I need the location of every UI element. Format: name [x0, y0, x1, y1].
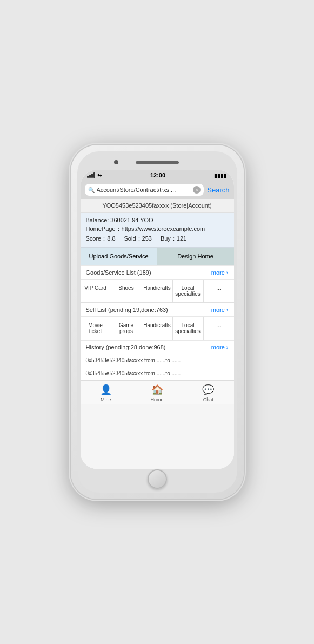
search-bar-area: 🔍 Account/Store/Contract/trxs.... × Sear… — [81, 181, 234, 199]
search-magnifier-icon: 🔍 — [88, 187, 95, 193]
sell-item-0: Movie ticket — [81, 317, 111, 340]
sold-label: Sold：253 — [124, 235, 152, 243]
goods-grid-row: VIP Card Shoes Handicrafts Local special… — [81, 280, 234, 303]
phone-frame: ↬ 12:00 ▮▮▮▮ 🔍 Account/Store/Contract/tr… — [71, 145, 244, 499]
status-time: 12:00 — [150, 172, 165, 178]
chat-icon: 💬 — [202, 384, 214, 396]
clear-button[interactable]: × — [193, 186, 201, 194]
homepage-label: HomePage：https://www.storeexcample.com — [86, 225, 229, 233]
bottom-nav: 👤 Mine 🏠 Home 💬 Chat — [81, 380, 234, 404]
status-bar: ↬ 12:00 ▮▮▮▮ — [81, 170, 234, 181]
history-section-title: History (pending:28,done:968) — [86, 344, 166, 350]
search-button[interactable]: Search — [207, 186, 229, 194]
battery-icon: ▮▮▮▮ — [214, 172, 227, 178]
score-label: Score：8.8 — [86, 235, 116, 243]
account-title: YOO5453e523405faxxxx (Store|Account) — [81, 199, 234, 213]
goods-item-1: Shoes — [111, 280, 142, 302]
mine-icon: 👤 — [100, 384, 112, 396]
home-button[interactable] — [148, 469, 167, 489]
screen: ↬ 12:00 ▮▮▮▮ 🔍 Account/Store/Contract/tr… — [81, 170, 234, 469]
stats-line: Score：8.8 Sold：253 Buy：121 — [86, 235, 229, 243]
signal-icon — [87, 172, 95, 178]
goods-item-3: Local specialties — [173, 280, 204, 302]
chat-label: Chat — [203, 397, 213, 402]
home-button-area — [81, 469, 234, 489]
home-label: Home — [151, 397, 164, 402]
sell-item-4: ... — [204, 317, 234, 340]
history-item-0: 0x53453e523405faxxxx from ......to .....… — [81, 354, 234, 367]
sell-item-2: Handicrafts — [142, 317, 173, 340]
sell-section-header: Sell List (pending:19,done:763) more › — [81, 303, 234, 317]
history-item-1: 0x35455e523405faxxxx from ......to .....… — [81, 367, 234, 380]
goods-item-2: Handicrafts — [142, 280, 173, 302]
camera-area — [81, 155, 234, 170]
mine-label: Mine — [101, 397, 111, 402]
content-area: YOO5453e523405faxxxx (Store|Account) Bal… — [81, 199, 234, 469]
goods-item-4: ... — [204, 280, 234, 302]
wifi-icon: ↬ — [97, 172, 102, 178]
sell-grid-row: Movie ticket Game props Handicrafts Loca… — [81, 317, 234, 340]
upload-goods-tab[interactable]: Upload Goods/Service — [81, 248, 157, 265]
goods-section-header: Goods/Service List (189) more › — [81, 265, 234, 280]
history-section-header: History (pending:28,done:968) more › — [81, 340, 234, 354]
design-home-tab[interactable]: Design Home — [157, 248, 234, 265]
home-icon: 🏠 — [151, 384, 163, 396]
sell-item-3: Local specialties — [173, 317, 204, 340]
balance-label: Balance: 360021.94 YOO — [86, 217, 229, 223]
buy-label: Buy：121 — [161, 235, 186, 243]
camera-dot — [114, 160, 118, 164]
history-more-link[interactable]: more › — [211, 344, 229, 350]
goods-section-title: Goods/Service List (189) — [86, 269, 151, 276]
balance-section: Balance: 360021.94 YOO HomePage：https://… — [81, 213, 234, 248]
goods-more-link[interactable]: more › — [211, 269, 229, 276]
status-left: ↬ — [87, 172, 102, 178]
search-input-wrapper[interactable]: 🔍 Account/Store/Contract/trxs.... × — [85, 184, 204, 196]
speaker-bar — [136, 161, 179, 164]
sell-section-title: Sell List (pending:19,done:763) — [86, 307, 168, 313]
phone-inner: ↬ 12:00 ▮▮▮▮ 🔍 Account/Store/Contract/tr… — [77, 151, 237, 493]
goods-item-0: VIP Card — [81, 280, 111, 302]
search-input[interactable]: Account/Store/Contract/trxs.... — [97, 187, 191, 193]
sell-more-link[interactable]: more › — [211, 307, 229, 313]
action-tabs: Upload Goods/Service Design Home — [81, 248, 234, 265]
nav-chat[interactable]: 💬 Chat — [183, 383, 234, 403]
sell-item-1: Game props — [111, 317, 142, 340]
nav-mine[interactable]: 👤 Mine — [81, 383, 132, 403]
nav-home[interactable]: 🏠 Home — [131, 383, 183, 403]
